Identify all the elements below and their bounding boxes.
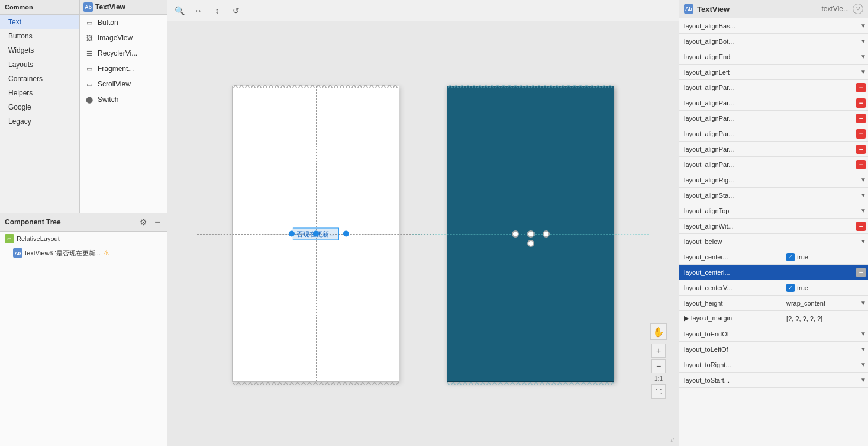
- handle-center-dark[interactable]: [527, 230, 534, 238]
- prop-value-height: wrap_content: [783, 298, 859, 309]
- palette-item-switch[interactable]: ⬤ Switch: [80, 92, 167, 107]
- prop-name-alignleft: layout_alignLeft: [679, 67, 783, 78]
- sidebar-item-legacy[interactable]: Legacy: [0, 114, 79, 129]
- zoom-label: 1:1: [653, 374, 664, 383]
- prop-minus-alignpar6[interactable]: −: [856, 160, 866, 169]
- sidebar-item-layouts[interactable]: Layouts: [0, 57, 79, 72]
- toolbar-zoom-btn[interactable]: 🔍: [172, 4, 186, 18]
- prop-name-alignwit: layout_alignWit...: [679, 221, 783, 232]
- prop-dropdown-torightof[interactable]: ▼: [859, 360, 868, 370]
- toolbar-vertical-btn[interactable]: ↕: [210, 4, 224, 18]
- tree-item-textview6[interactable]: Ab textView6 '是否现在更新... ⚠: [0, 246, 167, 260]
- prop-expand-margin[interactable]: ▶: [684, 315, 689, 322]
- prop-minus-alignpar4[interactable]: −: [856, 129, 866, 139]
- fit-screen-button[interactable]: ⛶: [651, 384, 666, 399]
- text-widget-light[interactable]: 否现在更新...: [292, 227, 338, 240]
- handle-center-light[interactable]: [312, 231, 318, 237]
- prop-dropdown-alignend[interactable]: ▼: [859, 52, 868, 62]
- sidebar-item-buttons[interactable]: Buttons: [0, 29, 79, 43]
- tree-minus-button[interactable]: −: [152, 217, 163, 227]
- palette-item-button[interactable]: ▭ Button: [80, 15, 167, 30]
- sidebar-item-helpers[interactable]: Helpers: [0, 86, 79, 100]
- handle-bottom-dark[interactable]: [527, 240, 534, 247]
- prop-dropdown-alignbot[interactable]: ▼: [859, 37, 868, 46]
- prop-minus-alignpar3[interactable]: −: [856, 114, 866, 123]
- canvas-corner-label: //: [670, 437, 674, 444]
- prop-row-center: layout_center... ✓ true: [679, 249, 868, 265]
- prop-dropdown-alignsta[interactable]: ▼: [859, 191, 868, 200]
- prop-dropdown-aligntop[interactable]: ▼: [859, 206, 868, 216]
- prop-dropdown-alignbas[interactable]: ▼: [859, 21, 868, 31]
- sidebar-item-containers[interactable]: Containers: [0, 72, 79, 86]
- left-column: Common Text Buttons Widgets Layouts Cont…: [0, 0, 167, 446]
- textview-icon: Ab: [83, 2, 93, 12]
- palette-item-imageview-label: ImageView: [98, 34, 133, 42]
- handle-left-dark[interactable]: [512, 230, 519, 238]
- palette-area: Common Text Buttons Widgets Layouts Cont…: [0, 0, 167, 213]
- warning-icon: ⚠: [103, 249, 109, 257]
- prop-value-tostartof: [783, 378, 859, 382]
- handle-right-light[interactable]: [343, 231, 349, 237]
- palette-item-imageview[interactable]: 🖼 ImageView: [80, 30, 167, 46]
- prop-name-center: layout_center...: [679, 252, 783, 262]
- prop-value-alignrig: [783, 178, 859, 182]
- handle-right-dark[interactable]: [543, 230, 550, 238]
- sidebar-item-google[interactable]: Google: [0, 100, 79, 114]
- prop-dropdown-alignleft[interactable]: ▼: [859, 68, 868, 77]
- textview6-icon: Ab: [13, 248, 22, 258]
- prop-dropdown-toendof[interactable]: ▼: [859, 329, 868, 339]
- handle-left-light[interactable]: [288, 231, 294, 237]
- prop-check-centerv[interactable]: ✓: [786, 284, 795, 292]
- prop-check-center[interactable]: ✓: [786, 253, 795, 261]
- hand-tool-button[interactable]: ✋: [650, 323, 667, 340]
- prop-name-alignsta: layout_alignSta...: [679, 190, 783, 201]
- palette-item-fragment[interactable]: ▭ Fragment...: [80, 61, 167, 76]
- prop-row-alignleft: layout_alignLeft ▼: [679, 65, 868, 80]
- prop-name-toleftof: layout_toLeftOf: [679, 344, 783, 355]
- prop-row-alignsta: layout_alignSta... ▼: [679, 188, 868, 203]
- text-widget-dark[interactable]: [527, 232, 535, 236]
- prop-value-alignsta: [783, 194, 859, 197]
- prop-dropdown-height[interactable]: ▼: [859, 299, 868, 308]
- fragment-icon: ▭: [85, 64, 94, 73]
- prop-name-centerv: layout_centerV...: [679, 283, 783, 293]
- prop-dropdown-below[interactable]: ▼: [859, 237, 868, 246]
- toolbar-rotate-btn[interactable]: ↺: [229, 4, 243, 18]
- switch-icon: ⬤: [85, 95, 94, 104]
- prop-dropdown-tostartof[interactable]: ▼: [859, 376, 868, 385]
- palette-item-recyclerview-label: RecyclerVi...: [98, 49, 137, 57]
- toolbar-horizontal-btn[interactable]: ↔: [191, 4, 205, 18]
- sidebar-header-common: Common: [0, 0, 79, 15]
- prop-minus-alignpar2[interactable]: −: [856, 98, 866, 108]
- palette-item-recyclerview[interactable]: ☰ RecyclerVi...: [80, 46, 167, 61]
- tree-item-relativelayout[interactable]: ▭ RelativeLayout: [0, 232, 167, 246]
- prop-name-torightof: layout_toRight...: [679, 360, 783, 370]
- prop-name-aligntop: layout_alignTop: [679, 206, 783, 216]
- prop-row-alignend: layout_alignEnd ▼: [679, 49, 868, 65]
- sidebar-item-text[interactable]: Text: [0, 15, 79, 29]
- palette-item-scrollview[interactable]: ▭ ScrollView: [80, 76, 167, 92]
- prop-dropdown-toleftof[interactable]: ▼: [859, 345, 868, 354]
- component-palette: Ab TextView ▭ Button 🖼 ImageView ☰ Recyc…: [80, 0, 167, 213]
- prop-minus-alignwit[interactable]: −: [856, 222, 866, 231]
- palette-header-title: TextView: [95, 3, 125, 11]
- prop-value-alignpar4: [783, 132, 856, 136]
- prop-minus-alignpar5[interactable]: −: [856, 145, 866, 154]
- palette-item-scrollview-label: ScrollView: [98, 80, 131, 88]
- prop-dropdown-alignrig[interactable]: ▼: [859, 175, 868, 185]
- prop-row-alignpar1: layout_alignPar... −: [679, 80, 868, 95]
- zoom-out-button[interactable]: −: [651, 359, 666, 373]
- zoom-in-button[interactable]: +: [651, 344, 666, 358]
- prop-value-centerv: ✓ true: [783, 282, 868, 294]
- prop-name-tostartof: layout_toStart...: [679, 375, 783, 386]
- tree-gear-button[interactable]: ⚙: [138, 217, 149, 227]
- help-button[interactable]: ?: [853, 4, 863, 14]
- prop-name-toendof: layout_toEndOf: [679, 329, 783, 339]
- prop-minus-centerl[interactable]: −: [856, 268, 866, 277]
- phone-light: 否现在更新...: [232, 86, 399, 382]
- sidebar-item-widgets[interactable]: Widgets: [0, 43, 79, 57]
- prop-row-toleftof: layout_toLeftOf ▼: [679, 342, 868, 357]
- prop-minus-alignpar1[interactable]: −: [856, 83, 866, 92]
- component-tree-panel: Component Tree ⚙ − ▭ RelativeLayout Ab t…: [0, 213, 167, 446]
- left-sidebar: Common Text Buttons Widgets Layouts Cont…: [0, 0, 80, 213]
